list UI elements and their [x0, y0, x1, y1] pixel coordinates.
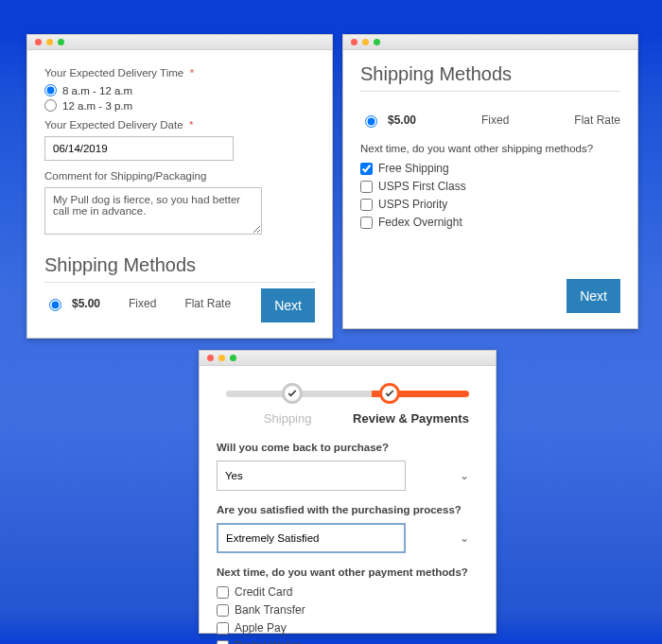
step-shipping-node[interactable]	[282, 383, 303, 404]
step-review-node[interactable]	[379, 383, 400, 404]
satisfied-select[interactable]: Extremely Satisfied	[217, 523, 406, 553]
rate-method: Fixed	[481, 113, 509, 127]
rate-carrier: Flat Rate	[574, 113, 620, 127]
shipping-option-usps-priority[interactable]: USPS Priority	[360, 198, 620, 211]
maximize-icon[interactable]	[58, 39, 64, 45]
delivery-date-label: Your Expected Delivery Date *	[44, 119, 315, 131]
window-shipping-form: Your Expected Delivery Time * 8 a.m - 12…	[26, 34, 333, 339]
window-titlebar	[200, 351, 496, 366]
checkbox-input[interactable]	[217, 604, 229, 617]
return-select-wrap: Yes ⌄	[217, 461, 479, 491]
window-content: Your Expected Delivery Time * 8 a.m - 12…	[27, 50, 332, 328]
next-button[interactable]: Next	[566, 279, 620, 313]
window-titlebar	[27, 35, 332, 50]
maximize-icon[interactable]	[230, 355, 236, 361]
checkbox-input[interactable]	[217, 586, 229, 599]
checkbox-input[interactable]	[360, 199, 373, 211]
shipping-methods-heading: Shipping Methods	[360, 63, 620, 92]
payment-option-bank[interactable]: Bank Transfer	[217, 603, 479, 617]
window-content: Shipping Methods $5.00 Fixed Flat Rate N…	[343, 50, 637, 251]
checkbox-label: Credit Card	[235, 585, 292, 599]
rate-radio[interactable]	[49, 299, 61, 311]
checkbox-label: Digital Wallet	[235, 639, 301, 644]
comment-label: Comment for Shipping/Packaging	[44, 170, 315, 182]
close-icon[interactable]	[35, 39, 42, 45]
return-question-label: Will you come back to purchase?	[217, 442, 479, 453]
payment-option-credit[interactable]: Credit Card	[217, 585, 479, 599]
delivery-time-option-1[interactable]: 12 a.m - 3 p.m	[44, 99, 315, 112]
check-icon	[287, 388, 298, 399]
checkbox-label: Free Shipping	[378, 162, 449, 175]
payment-question-label: Next time, do you want other payment met…	[217, 566, 479, 578]
checkbox-label: Bank Transfer	[235, 603, 305, 617]
next-button[interactable]: Next	[261, 288, 315, 322]
rate-carrier: Flat Rate	[184, 297, 231, 310]
checkbox-input[interactable]	[360, 217, 373, 229]
satisfied-question-label: Are you satisfied with the purchasing pr…	[217, 504, 479, 515]
rate-method: Fixed	[129, 297, 156, 310]
checkbox-input[interactable]	[217, 640, 229, 645]
step-shipping-label: Shipping	[264, 411, 312, 426]
radio-input[interactable]	[44, 84, 57, 96]
shipping-methods-heading: Shipping Methods	[44, 254, 315, 283]
window-content: Shipping Review & Payments Will you come…	[200, 366, 496, 644]
stepper-track	[226, 391, 469, 397]
shipping-option-usps-first[interactable]: USPS First Class	[360, 180, 620, 193]
payment-option-digital[interactable]: Digital Wallet	[217, 639, 479, 644]
check-icon	[384, 388, 395, 399]
chevron-down-icon: ⌄	[460, 469, 469, 482]
radio-label: 8 a.m - 12 a.m	[62, 85, 132, 96]
radio-input[interactable]	[44, 99, 57, 112]
window-review-payments: Shipping Review & Payments Will you come…	[199, 350, 496, 634]
minimize-icon[interactable]	[218, 355, 225, 361]
chevron-down-icon: ⌄	[460, 531, 469, 545]
return-select[interactable]: Yes	[217, 461, 406, 491]
checkbox-input[interactable]	[360, 181, 373, 193]
other-shipping-question: Next time, do you want other shipping me…	[360, 143, 620, 154]
minimize-icon[interactable]	[362, 39, 369, 45]
delivery-date-input[interactable]	[44, 136, 234, 161]
satisfied-select-wrap: Extremely Satisfied ⌄	[217, 523, 479, 553]
shipping-rate-row[interactable]: $5.00 Fixed Flat Rate	[360, 113, 620, 128]
window-shipping-methods: Shipping Methods $5.00 Fixed Flat Rate N…	[342, 34, 638, 329]
payment-option-apple[interactable]: Apple Pay	[217, 621, 479, 635]
progress-stepper: Shipping Review & Payments	[217, 379, 479, 432]
window-titlebar	[343, 35, 637, 50]
radio-label: 12 a.m - 3 p.m	[62, 100, 132, 112]
checkbox-input[interactable]	[217, 622, 229, 635]
comment-textarea[interactable]: My Pull dog is fierce, so you had better…	[44, 187, 262, 235]
checkbox-label: USPS Priority	[378, 198, 447, 211]
shipping-option-free[interactable]: Free Shipping	[360, 162, 620, 175]
minimize-icon[interactable]	[46, 39, 53, 45]
checkbox-input[interactable]	[360, 163, 373, 175]
close-icon[interactable]	[207, 355, 214, 361]
checkbox-label: Fedex Overnight	[378, 216, 462, 229]
rate-price: $5.00	[72, 297, 100, 310]
step-review-label: Review & Payments	[353, 411, 469, 426]
maximize-icon[interactable]	[374, 39, 380, 45]
close-icon[interactable]	[351, 39, 357, 45]
checkbox-label: Apple Pay	[235, 621, 287, 635]
delivery-time-label: Your Expected Delivery Time *	[44, 67, 315, 78]
delivery-time-option-0[interactable]: 8 a.m - 12 a.m	[44, 84, 315, 96]
rate-price: $5.00	[388, 113, 416, 127]
rate-radio[interactable]	[365, 115, 377, 128]
checkbox-label: USPS First Class	[378, 180, 466, 193]
shipping-option-fedex[interactable]: Fedex Overnight	[360, 216, 620, 229]
